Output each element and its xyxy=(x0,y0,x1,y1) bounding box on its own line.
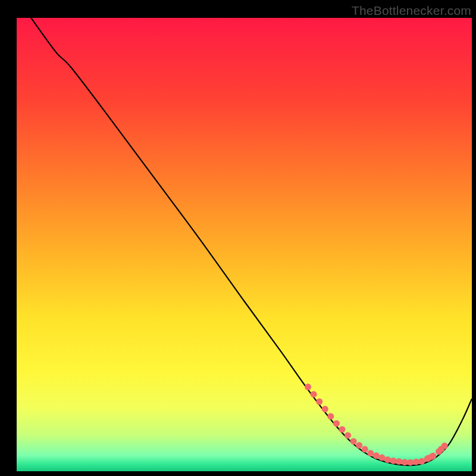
bottleneck-chart-canvas xyxy=(0,0,476,476)
chart-container: TheBottlenecker.com xyxy=(0,0,476,476)
watermark-text: TheBottlenecker.com xyxy=(352,4,471,18)
